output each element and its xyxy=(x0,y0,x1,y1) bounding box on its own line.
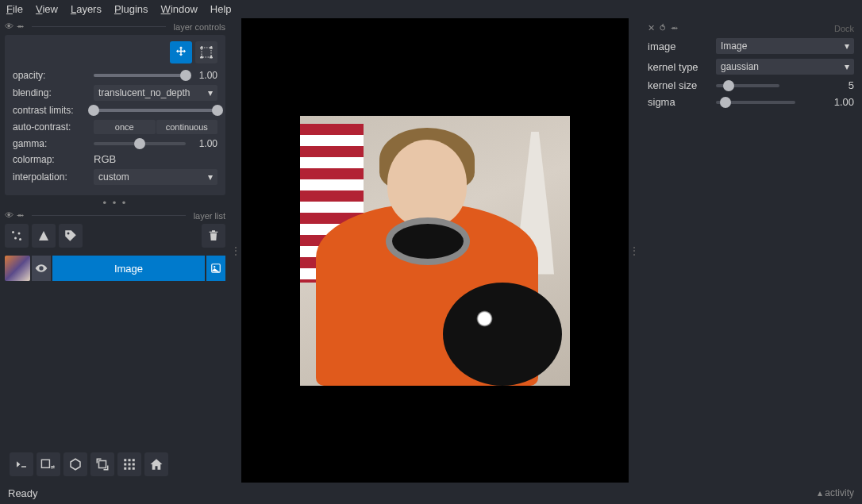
contrast-limits-slider[interactable] xyxy=(94,109,217,112)
transform-button[interactable] xyxy=(195,41,217,63)
opacity-slider[interactable] xyxy=(94,74,186,77)
menu-bar: File View Layers Plugins Window Help xyxy=(0,0,862,18)
kernel-size-value: 5 xyxy=(822,79,854,91)
svg-rect-19 xyxy=(129,464,131,466)
canvas-viewer[interactable] xyxy=(241,18,629,483)
interpolation-label: interpolation: xyxy=(13,171,89,183)
chevron-down-icon: ▾ xyxy=(208,87,213,98)
svg-rect-21 xyxy=(124,467,126,470)
layer-controls-panel: opacity: 1.00 blending: translucent_no_d… xyxy=(5,35,225,195)
ndisplay-toggle-button[interactable]: ⇄ xyxy=(37,452,60,476)
gamma-slider[interactable] xyxy=(94,142,186,145)
new-points-layer-button[interactable] xyxy=(5,224,29,248)
colormap-label: colormap: xyxy=(13,154,89,165)
roll-dims-button[interactable] xyxy=(63,452,87,476)
panel-resize-handle[interactable]: ⋮ xyxy=(230,18,241,483)
menu-layers[interactable]: Layers xyxy=(71,3,102,15)
svg-point-8 xyxy=(19,238,21,240)
undock-icon[interactable]: ⥇ xyxy=(671,23,678,33)
svg-point-1 xyxy=(201,47,203,49)
sigma-label: sigma xyxy=(648,96,710,108)
status-bar: Ready ▴ activity xyxy=(0,483,862,504)
contrast-limits-label: contrast limits: xyxy=(13,105,89,116)
new-labels-layer-button[interactable] xyxy=(59,224,83,248)
status-text: Ready xyxy=(8,487,38,499)
svg-point-11 xyxy=(214,266,215,267)
svg-point-4 xyxy=(210,56,213,59)
svg-rect-0 xyxy=(202,48,211,57)
kernel-size-slider[interactable] xyxy=(716,84,779,87)
grid-button[interactable] xyxy=(117,452,141,476)
panel-resize-handle[interactable]: ⋮ xyxy=(629,18,640,483)
svg-point-3 xyxy=(201,56,203,59)
image-content xyxy=(300,116,570,386)
layer-thumbnail xyxy=(5,256,30,281)
autocontrast-once-button[interactable]: once xyxy=(94,120,156,134)
menu-view[interactable]: View xyxy=(36,3,58,15)
interpolation-select[interactable]: custom ▾ xyxy=(94,169,217,185)
blending-select[interactable]: translucent_no_depth ▾ xyxy=(94,85,217,101)
blending-label: blending: xyxy=(13,87,89,98)
svg-rect-14 xyxy=(99,461,106,468)
layer-item[interactable]: Image xyxy=(5,256,225,281)
pan-zoom-button[interactable] xyxy=(170,41,192,63)
image-param-select[interactable]: Image▾ xyxy=(716,38,854,54)
dock-title: Dock xyxy=(834,24,854,33)
console-button[interactable] xyxy=(10,452,33,476)
svg-rect-22 xyxy=(129,467,131,470)
kernel-type-label: kernel type xyxy=(648,61,710,73)
undock-icon[interactable]: ⥇ xyxy=(17,210,24,221)
chevron-down-icon: ▾ xyxy=(845,61,849,72)
kernel-type-select[interactable]: gaussian▾ xyxy=(716,59,854,75)
eye-icon[interactable]: 👁 xyxy=(5,210,13,221)
sigma-value: 1.00 xyxy=(822,96,854,108)
eye-icon[interactable]: 👁 xyxy=(5,21,13,32)
svg-point-9 xyxy=(67,233,70,235)
svg-point-6 xyxy=(18,233,21,235)
kernel-size-label: kernel size xyxy=(648,79,710,91)
chevron-down-icon: ▾ xyxy=(845,40,849,52)
svg-point-7 xyxy=(14,237,17,240)
menu-plugins[interactable]: Plugins xyxy=(114,3,148,15)
opacity-value: 1.00 xyxy=(190,70,217,81)
svg-rect-17 xyxy=(133,459,135,461)
autocontrast-label: auto-contrast: xyxy=(13,121,89,133)
close-icon[interactable]: ✕ xyxy=(648,23,655,33)
layer-visibility-toggle[interactable] xyxy=(32,256,51,281)
svg-rect-20 xyxy=(133,464,135,466)
transpose-button[interactable] xyxy=(90,452,114,476)
svg-rect-12 xyxy=(41,460,49,467)
menu-help[interactable]: Help xyxy=(210,3,232,15)
layer-list-title: layer list xyxy=(194,211,225,221)
image-param-label: image xyxy=(648,40,710,52)
panel-divider[interactable]: • • • xyxy=(5,195,225,210)
svg-text:⇄: ⇄ xyxy=(51,464,55,470)
delete-layer-button[interactable] xyxy=(202,224,225,248)
svg-rect-23 xyxy=(133,467,135,470)
autocontrast-continuous-button[interactable]: continuous xyxy=(156,120,218,134)
svg-point-5 xyxy=(12,231,14,233)
menu-file[interactable]: File xyxy=(6,3,23,15)
layer-controls-title: layer controls xyxy=(174,22,225,32)
undock-icon[interactable]: ⥇ xyxy=(17,21,24,32)
layer-name[interactable]: Image xyxy=(52,256,205,281)
svg-rect-15 xyxy=(124,459,126,461)
svg-point-2 xyxy=(210,47,213,49)
home-button[interactable] xyxy=(144,452,168,476)
svg-rect-16 xyxy=(129,459,131,461)
opacity-label: opacity: xyxy=(13,70,89,81)
colormap-value: RGB xyxy=(94,153,116,165)
chevron-down-icon: ▾ xyxy=(208,171,213,183)
gamma-value: 1.00 xyxy=(190,138,217,149)
new-shapes-layer-button[interactable] xyxy=(32,224,56,248)
image-icon xyxy=(206,256,225,281)
hide-icon[interactable]: ⥀ xyxy=(660,23,666,33)
activity-toggle[interactable]: ▴ activity xyxy=(818,487,854,499)
sigma-slider[interactable] xyxy=(716,101,795,104)
svg-rect-18 xyxy=(124,464,126,466)
menu-window[interactable]: Window xyxy=(161,3,198,15)
gamma-label: gamma: xyxy=(13,138,89,149)
